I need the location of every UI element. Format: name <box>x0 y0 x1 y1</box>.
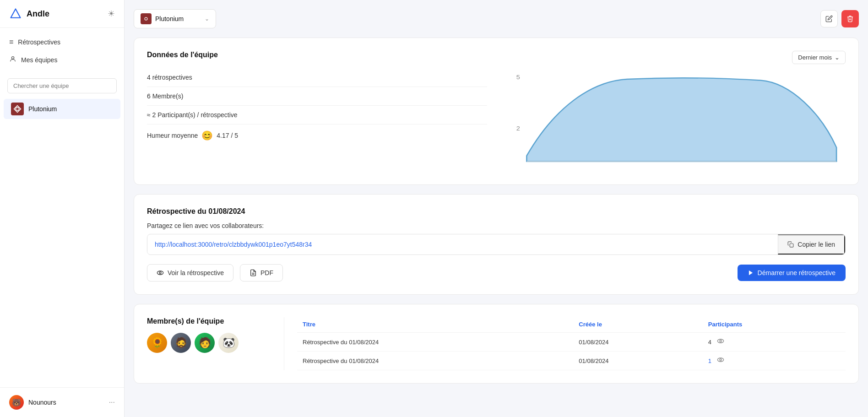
row2-participants: 1 <box>703 352 846 370</box>
retro-card-title: Rétrospective du 01/08/2024 <box>147 207 846 216</box>
selector-avatar <box>141 13 152 24</box>
sidebar-item-label-mes-equipes: Mes équipes <box>21 56 57 64</box>
chart-svg: 5 2 <box>505 69 846 170</box>
stat-members: 6 Membre(s) <box>147 87 487 106</box>
member-avatar-4: 🐼 <box>218 333 239 353</box>
mood-icon: 😊 <box>201 130 213 141</box>
sidebar-nav: ≡ Rétrospectives Mes équipes <box>0 28 124 75</box>
share-label: Partagez ce lien avec vos collaborateurs… <box>147 222 846 229</box>
svg-point-1 <box>11 57 14 59</box>
app-name: Andle <box>27 9 49 19</box>
chart-filter-label: Dernier mois <box>798 54 832 61</box>
row2-created: 01/08/2024 <box>573 352 703 370</box>
sidebar-team-plutonium[interactable]: Plutonium <box>4 99 120 119</box>
selector-name: Plutonium <box>155 15 184 22</box>
members-title: Membre(s) de l'équipe <box>147 317 271 325</box>
logo-icon <box>9 7 22 20</box>
col-participants: Participants <box>703 317 846 333</box>
team-data-inner: Données de l'équipe 4 rétrospectives 6 M… <box>147 51 846 172</box>
play-icon <box>748 270 754 276</box>
retro-table-section: Titre Créée le Participants Rétrospectiv… <box>284 317 846 370</box>
team-avatar <box>11 103 24 115</box>
bottom-card: Membre(s) de l'équipe 🌻 🧔 🧑 🐼 Titre Créé… <box>134 304 859 384</box>
copy-icon <box>787 241 794 248</box>
mood-label: Humeur moyenne <box>147 132 198 139</box>
main-content: Plutonium ⌄ <box>125 0 868 417</box>
team-selector-inner: Plutonium <box>141 13 184 24</box>
search-area <box>0 75 124 97</box>
svg-point-10 <box>159 272 161 274</box>
row2-title: Rétrospective du 01/08/2024 <box>297 352 573 370</box>
svg-marker-13 <box>749 271 753 276</box>
team-data-card: Données de l'équipe 4 rétrospectives 6 M… <box>134 38 859 185</box>
pdf-icon <box>250 269 257 276</box>
list-icon: ≡ <box>9 38 13 46</box>
chart-filter[interactable]: Dernier mois ⌄ <box>792 51 846 64</box>
svg-point-17 <box>720 359 722 361</box>
sidebar-item-label-retrospectives: Rétrospectives <box>18 38 60 46</box>
svg-text:2: 2 <box>516 125 520 132</box>
members-section: Membre(s) de l'équipe 🌻 🧔 🧑 🐼 <box>147 317 284 370</box>
copy-link-button[interactable]: Copier le lien <box>778 234 845 255</box>
team-data-title: Données de l'équipe <box>147 51 487 59</box>
sidebar-item-mes-equipes[interactable]: Mes équipes <box>0 51 124 69</box>
col-title: Titre <box>297 317 573 333</box>
svg-point-14 <box>717 339 723 343</box>
theme-toggle[interactable]: ☀ <box>108 9 115 19</box>
table-row: Rétrospective du 01/08/2024 01/08/2024 4 <box>297 333 846 352</box>
svg-point-16 <box>717 358 723 362</box>
user-avatar: 🐻 <box>9 395 24 410</box>
stat-mood: Humeur moyenne 😊 4.17 / 5 <box>147 125 487 146</box>
retrospective-card: Rétrospective du 01/08/2024 Partagez ce … <box>134 194 859 295</box>
sidebar-team-name: Plutonium <box>28 105 57 113</box>
action-row: Voir la rétrospective PDF Démarrer une r… <box>147 264 846 282</box>
svg-point-15 <box>720 340 722 342</box>
svg-rect-8 <box>790 244 794 247</box>
col-created: Créée le <box>573 317 703 333</box>
more-options-icon[interactable]: ··· <box>109 398 115 406</box>
row2-participants-count: 1 <box>708 357 711 364</box>
svg-point-9 <box>157 271 163 275</box>
stat-participants: ≈ 2 Participant(s) / rétrospective <box>147 106 487 125</box>
table-row: Rétrospective du 01/08/2024 01/08/2024 1 <box>297 352 846 370</box>
sidebar: Andle ☀ ≡ Rétrospectives Mes équipes P <box>0 0 125 417</box>
member-avatar-3: 🧑 <box>195 333 215 353</box>
member-avatar-1: 🌻 <box>147 333 167 353</box>
edit-button[interactable] <box>820 10 838 27</box>
top-actions <box>820 10 859 27</box>
retro-link: http://localhost:3000/retro/clzbbdywk001… <box>147 235 778 254</box>
view-btn-label: Voir la rétrospective <box>168 269 224 276</box>
pdf-button[interactable]: PDF <box>240 264 283 282</box>
svg-point-3 <box>145 17 147 20</box>
eye-btn-icon <box>157 269 164 276</box>
copy-btn-label: Copier le lien <box>797 241 835 248</box>
mood-value: 4.17 / 5 <box>217 132 238 139</box>
view-retro-button[interactable]: Voir la rétrospective <box>147 264 233 282</box>
row2-view-icon[interactable] <box>717 356 724 365</box>
sidebar-header: Andle ☀ <box>0 0 124 28</box>
chart-area: Dernier mois ⌄ 5 2 <box>505 51 846 172</box>
svg-marker-0 <box>11 9 21 18</box>
member-avatars: 🌻 🧔 🧑 🐼 <box>147 333 271 353</box>
stat-retros: 4 rétrospectives <box>147 68 487 87</box>
user-name: Nounours <box>28 399 104 406</box>
delete-button[interactable] <box>841 10 859 27</box>
member-avatar-2: 🧔 <box>171 333 191 353</box>
sidebar-footer: 🐻 Nounours ··· <box>0 387 124 417</box>
row1-view-icon[interactable] <box>717 337 724 347</box>
link-row: http://localhost:3000/retro/clzbbdywk001… <box>147 234 846 255</box>
search-input[interactable] <box>7 78 117 93</box>
row1-created: 01/08/2024 <box>573 333 703 352</box>
row1-participants: 4 <box>703 333 846 352</box>
team-stats: Données de l'équipe 4 rétrospectives 6 M… <box>147 51 487 172</box>
retro-table: Titre Créée le Participants Rétrospectiv… <box>297 317 846 370</box>
row1-title: Rétrospective du 01/08/2024 <box>297 333 573 352</box>
logo-area: Andle <box>9 7 49 20</box>
svg-text:5: 5 <box>516 74 520 81</box>
team-selector[interactable]: Plutonium ⌄ <box>134 9 216 28</box>
top-bar: Plutonium ⌄ <box>134 9 859 28</box>
pdf-btn-label: PDF <box>260 269 273 276</box>
sidebar-item-retrospectives[interactable]: ≡ Rétrospectives <box>0 33 124 51</box>
row1-participants-count: 4 <box>708 339 711 346</box>
start-retro-button[interactable]: Démarrer une rétrospective <box>738 265 846 281</box>
